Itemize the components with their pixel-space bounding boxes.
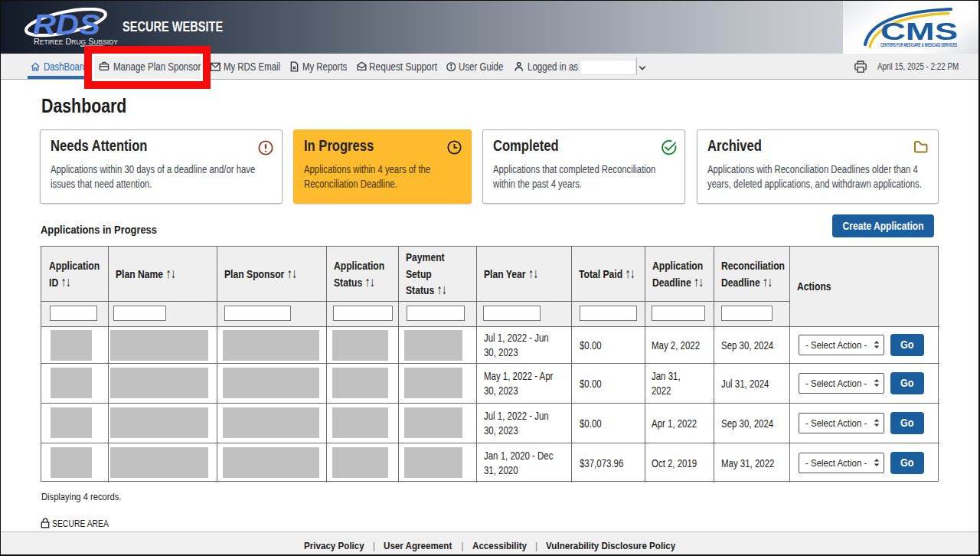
svg-text:RETIREE DRUG SUBSIDY: RETIREE DRUG SUBSIDY: [34, 37, 118, 46]
svg-text:CENTERS FOR MEDICARE & MEDICAI: CENTERS FOR MEDICARE & MEDICAID SERVICES: [880, 42, 957, 47]
svg-text:RDS: RDS: [33, 9, 100, 41]
